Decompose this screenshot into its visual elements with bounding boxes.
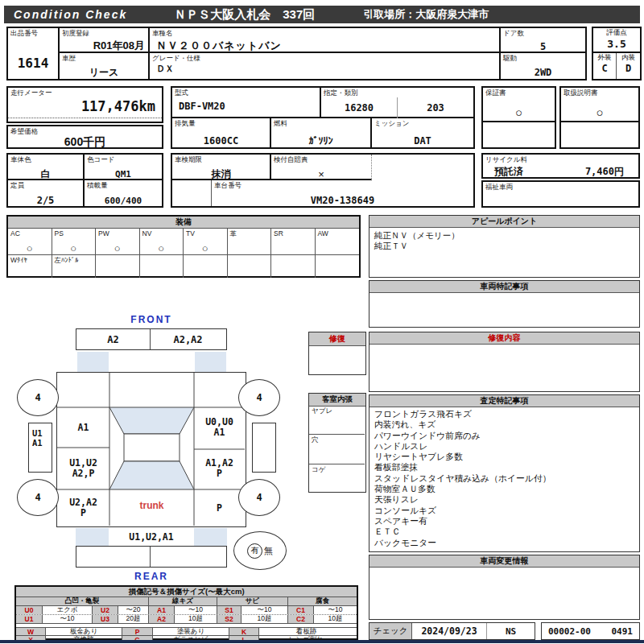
fuel-label: 燃料 xyxy=(274,119,287,129)
legend-code: K xyxy=(229,628,259,635)
equip-extra-3 xyxy=(96,255,140,278)
class-cell: 指定・類別 16280 203 xyxy=(321,88,473,118)
lining-tear-cell: ヤブレ xyxy=(309,406,365,435)
exterior-grade-cell: 外装 C xyxy=(593,53,617,79)
capacity-cell: 定員 2/5 xyxy=(8,180,85,206)
legend-value: 〜10 xyxy=(43,615,93,623)
title-bar: Condition Check ＮＰＳ大阪入札会 337回 引取場所：大阪府泉大… xyxy=(4,6,640,23)
repair-content-panel: 修復内容 xyxy=(369,332,640,392)
equip-extra-5 xyxy=(184,255,228,278)
chassis-cell: 車台番号 VM20-138649 xyxy=(211,180,473,206)
repair-content-title: 修復内容 xyxy=(369,332,639,345)
equip-nv: NV○ xyxy=(140,229,184,254)
document-number-box: 00002-00 0491 xyxy=(541,622,640,640)
rear-corner-shade-right xyxy=(194,528,227,546)
color-code-label: 色コード xyxy=(87,155,114,165)
doors-label: ドア数 xyxy=(503,29,524,39)
recycle-label: リサイクル料 xyxy=(485,155,527,165)
check-label: チェック xyxy=(369,623,412,639)
legend-code: A1 xyxy=(149,606,175,614)
legend-value: 〜10 xyxy=(242,606,288,614)
grade-cell: グレード・仕様 ＤＸ xyxy=(150,53,501,79)
manual-box: 取扱説明書 ○ xyxy=(559,86,640,149)
bottom-rule xyxy=(0,640,644,643)
grade-label: グレード・仕様 xyxy=(152,54,200,64)
history-label: 車歴 xyxy=(62,54,76,64)
history-cell: 車歴 リース xyxy=(60,53,150,79)
equip-ac-label: AC xyxy=(10,229,20,237)
recycle-fee: 7,460円 xyxy=(585,165,624,179)
legend-value: 〜10 xyxy=(314,606,357,614)
mission-label: ミッション xyxy=(374,119,410,129)
assessment-line: スタッドレスタイヤ積み込み（ホイール付） xyxy=(374,473,634,484)
equip-extra-2: 左ﾊﾝﾄﾞﾙ xyxy=(52,255,97,278)
equip-extra-6 xyxy=(228,255,272,278)
class-value-2: 203 xyxy=(398,97,473,118)
legend-value: 〜10 xyxy=(175,606,217,614)
chassis-label: 車台番号 xyxy=(214,181,242,191)
lining-tear-label: ヤブレ xyxy=(312,407,332,416)
displacement-cell: 排気量 1600CC xyxy=(172,118,271,147)
interior-grade-value: D xyxy=(617,63,640,74)
grade-value: ＤＸ xyxy=(150,53,499,75)
insurance-label: 検付自賠責 xyxy=(274,155,308,165)
legend-code: A2 xyxy=(149,615,175,623)
legend-code: C2 xyxy=(288,615,314,623)
lot-number-label: 出品番号 xyxy=(10,29,38,39)
assessment-line: フロントガラス飛石キズ xyxy=(374,409,634,419)
legend-code: U0 xyxy=(16,606,43,614)
warranty-box: 保証書 ○ xyxy=(481,86,556,149)
change-info-panel: 車両変更情報 xyxy=(369,555,640,620)
model-name-value: ＮＶ２００バネットバン xyxy=(150,28,499,53)
front-corner-shade-right xyxy=(195,352,226,372)
check-inspector: NS xyxy=(487,623,535,639)
assessment-line: ハンドルスレ xyxy=(374,441,634,452)
spare-tire-badge: 有 無 xyxy=(233,531,287,570)
appeal-title: アピールポイント xyxy=(369,216,639,228)
equip-pw: PW○ xyxy=(96,229,140,254)
rear-bumper-left xyxy=(76,547,151,567)
tire-rear-right: 4 xyxy=(238,479,280,516)
right-rocker-panel xyxy=(252,423,276,473)
repair-mark-title: 修復 xyxy=(309,332,365,346)
first-registration-label: 初度登録 xyxy=(62,29,89,39)
odometer-label: 走行メーター xyxy=(10,89,52,98)
brand-logo: Condition Check xyxy=(14,8,127,21)
legend-code: U3 xyxy=(93,615,118,623)
warranty-label: 保証書 xyxy=(485,89,506,98)
equip-leather: 革 xyxy=(228,229,272,254)
drive-label: 駆動 xyxy=(503,54,517,64)
legend-group-corrosion: 腐食 xyxy=(288,597,357,605)
model-name-label: 車種名 xyxy=(152,29,173,39)
first-registration-cell: 初度登録 R01年08月 xyxy=(60,28,150,53)
interior-grade-label: 内装 xyxy=(617,53,640,63)
rear-gate-codes: U1,U2,A1 xyxy=(109,528,194,546)
info-grid-2: 型式 DBF-VM20 指定・類別 16280 203 排気量 1600CC 燃… xyxy=(171,86,475,149)
legend-value: 10超 xyxy=(242,615,288,623)
equip-extra-8 xyxy=(316,255,360,278)
legend-code: C1 xyxy=(288,606,314,614)
lining-burn-label: コゲ xyxy=(312,465,325,475)
equip-tv: TV○ xyxy=(184,229,228,254)
assessment-panel: 査定特記事項 フロントガラス飛石キズ 内装汚れ、キズ パワーウインドウ前席のみ … xyxy=(369,394,640,552)
tire-front-right: 4 xyxy=(238,379,280,416)
score-value: 3.5 xyxy=(593,38,640,50)
assessment-title: 査定特記事項 xyxy=(369,395,639,407)
legend-value: エクボ xyxy=(43,606,93,614)
welfare-box: 福祉車両 xyxy=(481,180,640,208)
score-box: 評価点 3.5 外装 C 内装 D xyxy=(592,27,642,80)
info-grid-3: 車体色 白 色コード QM1 定員 2/5 積載量 600/400 xyxy=(6,153,163,208)
equip-extra-2-label: 左ﾊﾝﾄﾞﾙ xyxy=(55,256,79,266)
legend-value: 〜20 xyxy=(118,606,149,614)
cabin-lining-title: 客室内張 xyxy=(309,394,365,407)
info-grid-1: 出品番号 1614 初度登録 R01年08月 車歴 リース 車種名 ＮＶ２００バ… xyxy=(6,27,587,80)
assessment-line: 荷物室ＡＵ多数 xyxy=(374,484,634,494)
equipment-table: 装備 AC○ PS○ PW○ NV○ TV○ 革 SR AW Wﾀｲﾔ 左ﾊﾝﾄ… xyxy=(6,215,361,278)
equip-pw-label: PW xyxy=(98,229,109,237)
appeal-line: 純正ＴＶ xyxy=(374,241,634,251)
assessment-line: リヤシートヤブレ多数 xyxy=(374,452,634,462)
assessment-line: ＥＴＣ xyxy=(374,526,634,537)
front-bumper: A2 A2,A2 xyxy=(76,328,227,350)
odometer-box: 走行メーター 117,476km xyxy=(6,86,163,123)
lining-hole-cell: 穴 xyxy=(309,435,365,464)
